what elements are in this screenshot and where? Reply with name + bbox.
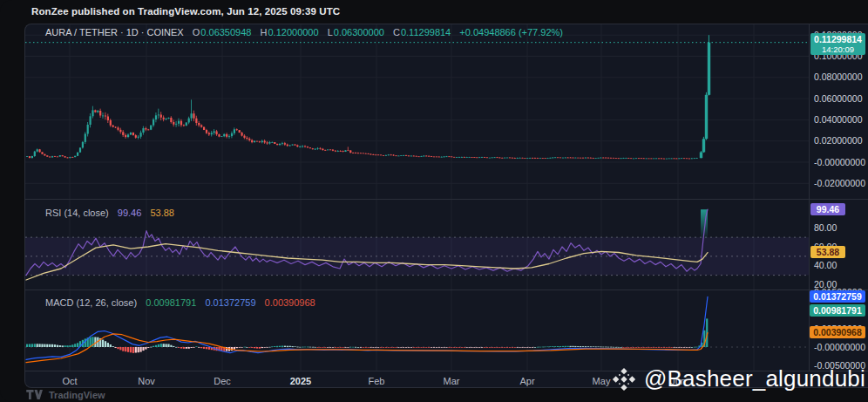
rsi-rsi_ma-label: 53.88 xyxy=(810,246,845,258)
macd-legend: MACD (12, 26, close) 0.00981791 0.013727… xyxy=(45,297,315,308)
symbol-legend: AURA / TETHER · 1D · COINEX O0.06350948 … xyxy=(45,27,563,37)
price-axis-tick[interactable]: 0.08000000 xyxy=(814,72,862,82)
macd-hist-label: 0.00981791 xyxy=(810,304,865,317)
price-axis-tick[interactable]: 0.06000000 xyxy=(814,93,862,104)
candlestick-series xyxy=(26,35,710,159)
footer-brand-label: TradingView xyxy=(49,390,105,400)
price-axis-tick[interactable]: -0.02000000 xyxy=(814,178,865,188)
tradingview-screenshot: RonZee published on TradingView.com, Jun… xyxy=(0,0,868,402)
rsi-axis-tick[interactable]: 80.00 xyxy=(814,222,837,233)
time-axis-tick[interactable]: Apr xyxy=(507,376,547,386)
watermark-handle: @Basheer_algundubi xyxy=(644,365,865,392)
high-value: 0.12000000 xyxy=(268,27,318,37)
price-axis-tick[interactable]: 0.04000000 xyxy=(814,114,862,125)
rsi-axis-tick[interactable]: 40.00 xyxy=(814,260,837,270)
close-key: C xyxy=(393,27,400,37)
time-axis-tick[interactable]: Feb xyxy=(356,376,397,386)
macd-axis-tick[interactable]: -0.00000000 xyxy=(814,342,865,352)
open-value: 0.06350948 xyxy=(200,27,251,37)
open-key: O xyxy=(193,27,200,37)
rsi-title: RSI (14, close) xyxy=(45,208,109,218)
footer-brand[interactable]: TradingView xyxy=(25,389,105,400)
watermark: @Basheer_algundubi xyxy=(611,365,865,392)
macd-signal-value: 0.00390968 xyxy=(265,297,315,308)
last-price-label: 0.1129981414:20:09 xyxy=(810,33,865,55)
time-axis-tick[interactable]: Oct xyxy=(50,376,90,386)
macd-hist-value: 0.00981791 xyxy=(146,297,196,308)
chart-surface[interactable] xyxy=(0,0,868,402)
change-value: +0.04948866 (+77.92%) xyxy=(459,27,563,37)
rsi-ma-value: 53.88 xyxy=(150,208,174,218)
binance-diamond-icon xyxy=(611,366,637,392)
time-axis-tick[interactable]: 2025 xyxy=(281,376,321,386)
time-axis-tick[interactable]: Nov xyxy=(126,376,166,386)
rsi-value: 99.46 xyxy=(118,208,142,218)
rsi-legend: RSI (14, close) 99.46 53.88 xyxy=(45,208,174,218)
time-axis-tick[interactable]: Mar xyxy=(431,376,471,386)
macd-signal-label: 0.00390968 xyxy=(810,326,865,338)
macd-histogram xyxy=(26,318,708,353)
price-axis-tick[interactable]: -0.00000000 xyxy=(814,157,865,167)
last-price-value: 0.11299814 xyxy=(814,34,862,44)
macd-macd-label: 0.01372759 xyxy=(810,290,865,303)
close-value: 0.11299814 xyxy=(401,27,451,37)
low-key: L xyxy=(328,27,333,37)
symbol-title: AURA / TETHER · 1D · COINEX xyxy=(45,27,184,37)
bar-countdown: 14:20:09 xyxy=(814,44,862,54)
tradingview-logo-icon xyxy=(25,389,44,400)
high-key: H xyxy=(261,27,268,37)
rsi-rsi-label: 99.46 xyxy=(810,203,845,215)
time-axis-tick[interactable]: Dec xyxy=(202,376,242,386)
low-value: 0.06300000 xyxy=(334,27,384,37)
macd-line-value: 0.01372759 xyxy=(205,297,255,308)
price-axis-tick[interactable]: 0.02000000 xyxy=(814,135,862,146)
macd-title: MACD (12, 26, close) xyxy=(45,297,137,308)
